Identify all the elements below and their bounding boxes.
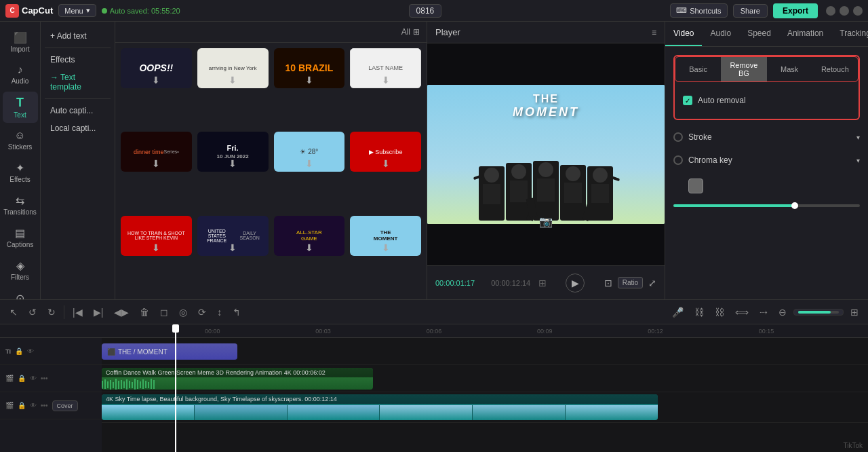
download-weather-icon[interactable]: ⬇ (305, 158, 313, 169)
tool-adjustment[interactable]: ⊙ Adjustment (3, 288, 38, 299)
cover-button[interactable]: Cover (52, 400, 78, 411)
subtab-mask[interactable]: Mask (767, 57, 812, 81)
more-icon-3[interactable]: ••• (41, 402, 48, 409)
tool-text[interactable]: T Text (3, 92, 38, 123)
tl-loop-button[interactable]: ◎ (175, 304, 191, 320)
download-arriving-icon[interactable]: ⬇ (229, 75, 237, 86)
eye-icon-2[interactable]: 👁 (30, 375, 37, 382)
tl-fit-button[interactable]: ⊞ (846, 304, 863, 320)
tl-rotate-button[interactable]: ⟳ (194, 304, 210, 320)
tl-split-both-button[interactable]: ◀▶ (110, 304, 133, 320)
tool-import[interactable]: ⬛ Import (3, 27, 38, 57)
tool-stickers[interactable]: ☺ Stickers (3, 126, 38, 155)
tab-speed[interactable]: Speed (739, 22, 779, 46)
color-swatch[interactable] (688, 178, 703, 193)
template-arriving[interactable]: arriving in New York ⬇ (197, 48, 269, 88)
grid-view-icon[interactable]: ⊞ (538, 278, 547, 288)
minimize-button[interactable] (826, 6, 835, 16)
download-friday-icon[interactable]: ⬇ (229, 158, 237, 169)
tl-select-button[interactable]: ↖ (5, 304, 22, 320)
video-clip-sky[interactable]: 4K Sky Time lapse, Beautiful background,… (102, 394, 658, 420)
download-dinner-icon[interactable]: ⬇ (152, 158, 160, 169)
tl-extend-button[interactable]: ⟺ (731, 304, 753, 320)
text-template-button[interactable]: → Text template (45, 69, 111, 96)
template-subscribe[interactable]: ▶ Subscribe ⬇ (350, 132, 421, 172)
tl-redo-button[interactable]: ↻ (43, 304, 60, 320)
export-button[interactable]: Export (773, 3, 818, 18)
shortcuts-button[interactable]: ⌨ Shortcuts (670, 3, 727, 18)
tool-filters[interactable]: ◈ Filters (3, 255, 38, 285)
add-text-button[interactable]: + Add text (45, 27, 111, 45)
maximize-button[interactable] (840, 6, 849, 16)
effects-panel-button[interactable]: Effects (45, 51, 111, 69)
download-nameplate-icon[interactable]: ⬇ (382, 75, 390, 86)
lock-icon-2[interactable]: 🔒 (18, 375, 26, 382)
video-clip-dancer[interactable]: Coffin Dance Walk Green Screen Meme 3D R… (102, 368, 373, 390)
tab-tracking[interactable]: Tracking (831, 22, 868, 46)
download-oops-icon[interactable]: ⬇ (152, 75, 160, 86)
auto-captions-button[interactable]: Auto capti... (45, 102, 111, 119)
eye-icon-3[interactable]: 👁 (30, 402, 37, 409)
download-steph-icon[interactable]: ⬇ (152, 242, 160, 253)
tl-link-button[interactable]: ⛓ (690, 304, 708, 320)
text-clip[interactable]: ⬛ THE / MOMENT (102, 343, 237, 360)
template-oops[interactable]: OOPS!! ⬇ (121, 48, 192, 88)
tl-undo-button[interactable]: ↺ (24, 304, 41, 320)
ratio-button[interactable]: Ratio (618, 277, 643, 288)
template-us-france[interactable]: UNITED STATESFRANCEDAILY SEASON ⬇ (197, 216, 269, 256)
total-time: 00:00:12:14 (491, 279, 530, 287)
download-moment-icon[interactable]: ⬇ (382, 242, 390, 253)
template-friday[interactable]: Fri.10 JUN 2022 ⬇ (197, 132, 269, 172)
tab-video[interactable]: Video (665, 22, 702, 46)
template-weather[interactable]: ☀ 28° ⬇ (274, 132, 345, 172)
play-button[interactable]: ▶ (566, 274, 585, 293)
tl-snap-button[interactable]: ↰ (229, 304, 245, 320)
subtab-retouch[interactable]: Retouch (812, 57, 858, 81)
all-filter-button[interactable]: All ⊞ (401, 27, 420, 37)
player-more-icon[interactable]: ≡ (652, 28, 656, 37)
tab-animation[interactable]: Animation (779, 22, 831, 46)
tl-audio-button[interactable]: ↕ (213, 304, 226, 320)
auto-removal-checkbox[interactable]: ✓ (683, 96, 692, 105)
tl-pip-button[interactable]: ◻ (156, 304, 172, 320)
tool-effects[interactable]: ✦ Effects (3, 157, 38, 187)
template-moment[interactable]: THEMOMENT ⬇ (350, 216, 421, 256)
template-brazil[interactable]: 10 BRAZIL ⬇ (274, 48, 345, 88)
fullscreen-button[interactable]: ⤢ (648, 278, 656, 288)
download-subscribe-icon[interactable]: ⬇ (382, 158, 390, 169)
template-dinner[interactable]: dinner timeSeries• ⬇ (121, 132, 192, 172)
eye-icon-1[interactable]: 👁 (27, 347, 34, 355)
camera-settings-icon[interactable]: 📷 (539, 215, 553, 228)
chroma-key-checkbox[interactable] (673, 155, 683, 165)
more-icon-2[interactable]: ••• (41, 375, 48, 382)
tab-audio[interactable]: Audio (702, 22, 739, 46)
tl-unlink-button[interactable]: ⛓ (711, 304, 728, 320)
tool-transitions[interactable]: ⇆ Transitions (3, 190, 38, 220)
tl-compress-button[interactable]: ⤑ (755, 304, 772, 320)
subtab-removebg[interactable]: Remove BG (721, 57, 766, 81)
template-steph[interactable]: HOW TO TRAIN & SHOOT LIKE STEPH KEVIN ⬇ (121, 216, 192, 256)
tool-audio[interactable]: ♪ Audio (3, 60, 38, 89)
tl-mic-button[interactable]: 🎤 (668, 304, 688, 320)
local-captions-button[interactable]: Local capti... (45, 119, 111, 137)
menu-button[interactable]: Menu ▾ (58, 4, 96, 17)
download-us-france-icon[interactable]: ⬇ (229, 242, 237, 253)
tl-minus-button[interactable]: ⊖ (774, 304, 791, 320)
lock-icon-1[interactable]: 🔒 (15, 347, 23, 355)
download-allstar-icon[interactable]: ⬇ (305, 242, 313, 253)
download-brazil-icon[interactable]: ⬇ (305, 75, 313, 86)
share-button[interactable]: Share (733, 4, 768, 18)
tl-delete-button[interactable]: 🗑 (136, 304, 153, 320)
subtab-basic[interactable]: Basic (675, 57, 721, 81)
tl-split-right-button[interactable]: ▶| (90, 304, 108, 320)
close-button[interactable] (853, 6, 863, 16)
tl-split-button[interactable]: |◀ (68, 304, 87, 320)
lock-icon-3[interactable]: 🔒 (18, 402, 26, 409)
tool-captions[interactable]: ▤ Captions (3, 223, 38, 252)
chroma-slider[interactable] (673, 204, 860, 207)
crop-button[interactable]: ⊡ (604, 278, 612, 288)
template-nameplate[interactable]: LAST NAME ⬇ (350, 48, 421, 88)
template-allstar[interactable]: ALL-STARGAME ⬇ (274, 216, 345, 256)
zoom-slider[interactable] (798, 311, 839, 314)
stroke-checkbox[interactable] (673, 132, 683, 142)
